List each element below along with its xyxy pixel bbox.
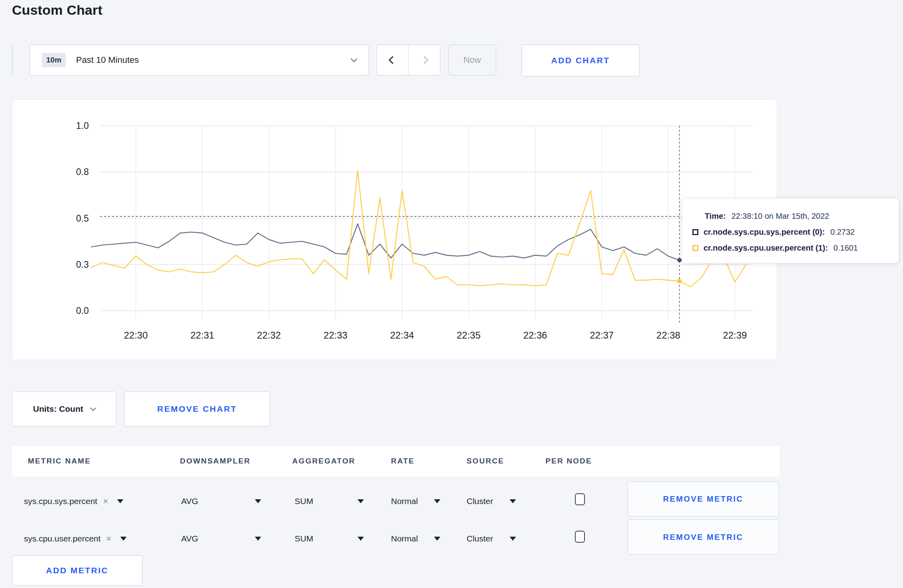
metric-name-value: sys.cpu.user.percent xyxy=(24,534,101,543)
user-series-swatch-icon xyxy=(692,245,698,251)
chevron-down-icon xyxy=(90,405,96,411)
caret-down-icon xyxy=(255,537,261,541)
svg-text:22:37: 22:37 xyxy=(590,330,614,341)
caret-down-icon xyxy=(255,499,261,503)
column-header-source: SOURCE xyxy=(467,457,504,465)
metric-name-select[interactable]: sys.cpu.user.percent × xyxy=(24,531,127,547)
svg-text:22:32: 22:32 xyxy=(257,330,281,341)
clear-metric-icon[interactable]: × xyxy=(103,496,108,507)
per-node-checkbox[interactable] xyxy=(575,493,585,505)
time-range-badge: 10m xyxy=(42,53,66,67)
tooltip-series-row: cr.node.sys.cpu.user.percent (1): 0.1601 xyxy=(692,240,895,256)
aggregator-select[interactable]: SUM xyxy=(295,531,364,547)
caret-down-icon xyxy=(434,537,440,541)
now-button[interactable]: Now xyxy=(448,45,496,76)
svg-text:22:35: 22:35 xyxy=(457,330,481,341)
tooltip-time-label: Time: xyxy=(705,212,726,221)
tooltip-series-name: cr.node.sys.cpu.sys.percent (0): xyxy=(704,228,825,237)
tooltip-series-row: cr.node.sys.cpu.sys.percent (0): 0.2732 xyxy=(692,224,895,240)
caret-down-icon xyxy=(510,537,516,541)
metric-name-select[interactable]: sys.cpu.sys.percent × xyxy=(24,493,123,509)
metric-name-value: sys.cpu.sys.percent xyxy=(24,496,97,506)
clear-metric-icon[interactable]: × xyxy=(106,533,111,544)
rate-value: Normal xyxy=(391,534,418,543)
caret-down-icon xyxy=(510,499,516,503)
caret-down-icon xyxy=(120,537,127,541)
chevron-left-icon xyxy=(389,56,397,64)
page-title: Custom Chart xyxy=(12,2,102,18)
chevron-right-icon xyxy=(420,56,428,64)
column-header-rate: RATE xyxy=(391,457,414,465)
tooltip-time-value: 22:38:10 on Mar 15th, 2022 xyxy=(731,212,829,221)
time-range-select[interactable]: 10m Past 10 Minutes xyxy=(29,45,369,76)
svg-text:22:30: 22:30 xyxy=(124,330,148,341)
rate-value: Normal xyxy=(391,496,418,506)
add-metric-button[interactable]: ADD METRIC xyxy=(12,555,143,586)
svg-text:0.8: 0.8 xyxy=(76,167,89,177)
column-header-metric-name: METRIC NAME xyxy=(28,457,91,465)
svg-text:22:31: 22:31 xyxy=(190,330,214,341)
sys-series-swatch-icon xyxy=(692,229,698,235)
tooltip-time-row: Time: 22:38:10 on Mar 15th, 2022 xyxy=(692,208,895,224)
units-select[interactable]: Units: Count xyxy=(12,391,116,426)
rate-select[interactable]: Normal xyxy=(391,531,440,547)
source-value: Cluster xyxy=(467,534,493,543)
column-header-aggregator: AGGREGATOR xyxy=(292,457,356,465)
units-label: Units: Count xyxy=(33,404,83,414)
next-window-button[interactable] xyxy=(408,45,440,75)
svg-text:0.5: 0.5 xyxy=(76,213,89,224)
svg-text:22:39: 22:39 xyxy=(723,330,747,341)
metrics-table-header: METRIC NAME DOWNSAMPLER AGGREGATOR RATE … xyxy=(12,446,780,477)
add-chart-button[interactable]: ADD CHART xyxy=(522,45,639,76)
chevron-down-icon xyxy=(351,56,358,62)
rate-select[interactable]: Normal xyxy=(391,493,440,509)
aggregator-value: SUM xyxy=(295,534,313,543)
source-value: Cluster xyxy=(467,496,493,506)
remove-chart-button[interactable]: REMOVE CHART xyxy=(124,391,270,426)
svg-text:0.0: 0.0 xyxy=(76,306,89,316)
chart-card: 0.00.30.50.81.022:3022:3122:3222:3322:34… xyxy=(12,99,777,360)
cpu-usage-chart[interactable]: 0.00.30.50.81.022:3022:3122:3222:3322:34… xyxy=(12,100,778,360)
toolbar-divider xyxy=(12,45,13,76)
remove-metric-button[interactable]: REMOVE METRIC xyxy=(627,481,779,516)
downsampler-value: AVG xyxy=(181,534,198,543)
svg-text:22:38: 22:38 xyxy=(657,330,680,341)
prev-window-button[interactable] xyxy=(377,45,408,75)
downsampler-value: AVG xyxy=(181,496,198,506)
caret-down-icon xyxy=(434,499,440,503)
tooltip-series-name: cr.node.sys.cpu.user.percent (1): xyxy=(704,243,828,253)
aggregator-value: SUM xyxy=(295,496,313,506)
column-header-downsampler: DOWNSAMPLER xyxy=(180,457,250,465)
tooltip-series-value: 0.1601 xyxy=(833,243,858,253)
svg-text:22:33: 22:33 xyxy=(324,330,348,341)
remove-metric-button[interactable]: REMOVE METRIC xyxy=(627,520,779,555)
downsampler-select[interactable]: AVG xyxy=(181,493,261,509)
source-select[interactable]: Cluster xyxy=(467,493,516,509)
svg-text:1.0: 1.0 xyxy=(76,121,89,131)
column-header-per-node: PER NODE xyxy=(545,457,592,465)
svg-text:22:36: 22:36 xyxy=(523,330,547,341)
caret-down-icon xyxy=(358,499,364,503)
per-node-checkbox[interactable] xyxy=(575,531,585,543)
chart-tooltip: Time: 22:38:10 on Mar 15th, 2022 cr.node… xyxy=(682,198,899,263)
time-range-label: Past 10 Minutes xyxy=(76,55,139,65)
tooltip-series-value: 0.2732 xyxy=(831,228,855,237)
caret-down-icon xyxy=(358,537,364,541)
downsampler-select[interactable]: AVG xyxy=(181,531,261,547)
time-window-nav xyxy=(377,45,440,76)
caret-down-icon xyxy=(117,499,123,503)
aggregator-select[interactable]: SUM xyxy=(295,493,364,509)
svg-text:0.3: 0.3 xyxy=(76,259,89,270)
svg-text:22:34: 22:34 xyxy=(390,330,414,341)
custom-chart-page: { "page": { "title": "Custom Chart" }, "… xyxy=(0,0,903,588)
source-select[interactable]: Cluster xyxy=(467,531,516,547)
